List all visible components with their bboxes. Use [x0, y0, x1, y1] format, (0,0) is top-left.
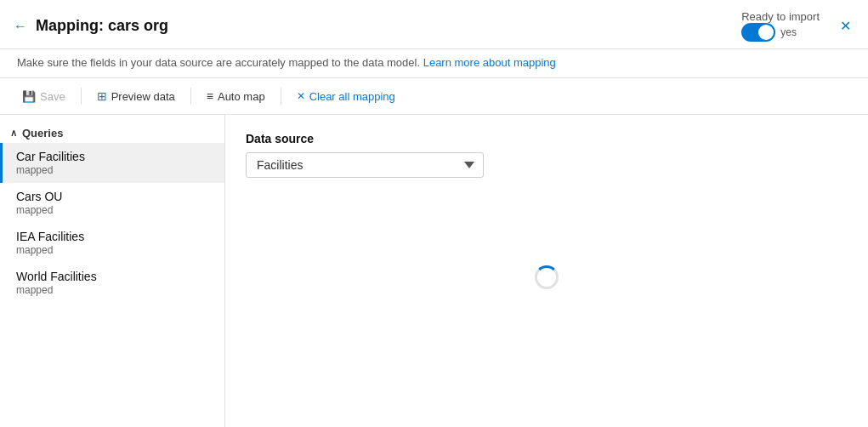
toggle-container: yes	[741, 23, 820, 42]
toolbar-sep-1	[81, 88, 82, 105]
subtitle-bar: Make sure the fields in your data source…	[0, 49, 868, 78]
toolbar-sep-3	[281, 88, 281, 105]
back-icon: ←	[14, 19, 27, 34]
sidebar-item-name: Cars OU	[16, 190, 211, 203]
sidebar-item-name: IEA Facilities	[16, 230, 211, 243]
data-source-label: Data source	[246, 132, 848, 145]
subtitle-text: Make sure the fields in your data source…	[17, 56, 420, 69]
queries-chevron-icon: ∧	[10, 128, 17, 139]
sidebar-item-world-facilities[interactable]: World Facilities mapped	[0, 263, 224, 303]
sidebar-item-iea-facilities[interactable]: IEA Facilities mapped	[0, 223, 224, 263]
ready-label: Ready to import	[741, 10, 820, 23]
sidebar-item-name: Car Facilities	[16, 150, 211, 163]
header-left: ← Mapping: cars org	[14, 17, 168, 35]
save-label: Save	[40, 90, 65, 103]
toggle-knob	[758, 25, 774, 40]
header: ← Mapping: cars org Ready to import yes …	[0, 0, 868, 49]
learn-more-link[interactable]: Learn more about mapping	[423, 56, 556, 69]
content-area: Data source Facilities Option 2	[225, 115, 868, 427]
sidebar-item-cars-ou[interactable]: Cars OU mapped	[0, 183, 224, 223]
clear-label: Clear all mapping	[309, 90, 395, 103]
toolbar: Save ⊞ Preview data ≡ Auto map ✕ Clear a…	[0, 78, 868, 115]
page-title: Mapping: cars org	[36, 17, 168, 35]
loading-spinner	[535, 265, 559, 289]
toolbar-sep-2	[190, 88, 191, 105]
clear-mapping-button[interactable]: ✕ Clear all mapping	[288, 86, 404, 107]
preview-icon: ⊞	[97, 89, 107, 103]
ready-to-import: Ready to import yes	[741, 10, 820, 42]
queries-section-label: Queries	[22, 127, 63, 139]
preview-data-button[interactable]: ⊞ Preview data	[88, 85, 184, 107]
save-icon	[22, 90, 36, 103]
header-right: Ready to import yes ✕	[741, 10, 851, 42]
sidebar-item-name: World Facilities	[16, 270, 211, 283]
automap-label: Auto map	[218, 90, 265, 103]
preview-label: Preview data	[111, 90, 175, 103]
sidebar-item-car-facilities[interactable]: Car Facilities mapped	[0, 143, 224, 183]
main-content: ∧ Queries Car Facilities mapped Cars OU …	[0, 115, 868, 427]
sidebar-item-status: mapped	[16, 204, 211, 216]
automap-button[interactable]: ≡ Auto map	[198, 85, 274, 107]
data-source-select[interactable]: Facilities Option 2	[246, 152, 484, 178]
clear-icon: ✕	[297, 90, 305, 102]
sidebar: ∧ Queries Car Facilities mapped Cars OU …	[0, 115, 225, 427]
sidebar-item-status: mapped	[16, 284, 211, 296]
automap-icon: ≡	[207, 89, 213, 103]
sidebar-item-status: mapped	[16, 244, 211, 256]
close-icon: ✕	[840, 19, 851, 33]
queries-section-header[interactable]: ∧ Queries	[0, 122, 224, 143]
save-button[interactable]: Save	[14, 86, 74, 107]
toggle-yes-label: yes	[780, 26, 797, 38]
back-button[interactable]: ←	[14, 19, 27, 34]
sidebar-item-status: mapped	[16, 164, 211, 176]
close-button[interactable]: ✕	[840, 18, 851, 34]
import-toggle[interactable]	[741, 23, 775, 42]
spinner-animation	[535, 265, 559, 289]
